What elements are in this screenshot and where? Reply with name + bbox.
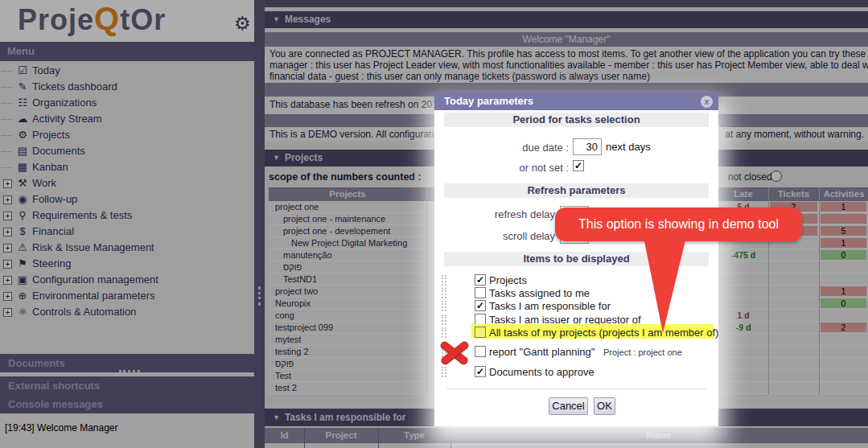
item-checkbox-tasks-i-am-responsible-for[interactable]: ✓ bbox=[475, 300, 486, 311]
red-cross-icon bbox=[436, 335, 473, 370]
due-date-input[interactable] bbox=[573, 138, 602, 155]
drag-handle[interactable] bbox=[442, 301, 446, 311]
item-label-tasks-assigned-to-me[interactable]: Tasks assigned to me bbox=[489, 287, 590, 299]
tooltip-text: This option is showing in demo tool bbox=[578, 217, 779, 231]
projeqtor-app: ProjeQtOr ⚙ Menu ☑Today✎Tickets dashboar… bbox=[0, 0, 868, 448]
item-label-tasks-i-am-responsible-for[interactable]: Tasks I am responsible for bbox=[489, 300, 611, 312]
or-not-set-checkbox[interactable]: ✓ bbox=[573, 160, 584, 171]
drag-handle[interactable] bbox=[442, 314, 446, 325]
dialog-title-bar[interactable]: Today parameters bbox=[434, 92, 718, 110]
ok-button[interactable]: OK bbox=[594, 397, 615, 415]
item-checkbox-projects[interactable]: ✓ bbox=[475, 274, 486, 286]
item-suffix: Project : project one bbox=[603, 347, 682, 357]
item-checkbox-all-tasks-of-my-projects-projects-i-am-member-of[interactable] bbox=[475, 327, 486, 338]
item-label-report-gantt-planning[interactable]: report "Gantt planning" bbox=[489, 346, 594, 358]
dialog-separator bbox=[446, 388, 706, 389]
drag-handle[interactable] bbox=[442, 367, 446, 377]
item-checkbox-tasks-i-am-issuer-or-requestor-of[interactable] bbox=[475, 314, 486, 325]
due-date-label: due date : bbox=[434, 142, 569, 154]
item-label-projects[interactable]: Projects bbox=[489, 274, 527, 286]
section-refresh-header: Refresh parameters bbox=[444, 183, 709, 198]
item-checkbox-report-gantt-planning[interactable] bbox=[475, 346, 486, 357]
section-period-header: Period for tasks selection bbox=[444, 113, 709, 127]
tooltip-tail bbox=[627, 235, 700, 335]
scroll-delay-label: scroll delay bbox=[434, 230, 555, 242]
due-date-suffix: next days bbox=[606, 141, 651, 153]
drag-handle[interactable] bbox=[442, 288, 446, 298]
cancel-button[interactable]: Cancel bbox=[549, 397, 588, 415]
drag-handle[interactable] bbox=[442, 275, 446, 286]
item-checkbox-tasks-assigned-to-me[interactable] bbox=[475, 287, 486, 298]
item-checkbox-documents-to-approve[interactable]: ✓ bbox=[475, 366, 486, 377]
refresh-delay-label: refresh delay bbox=[434, 208, 555, 220]
dialog-title: Today parameters bbox=[444, 95, 533, 107]
item-label-documents-to-approve[interactable]: Documents to approve bbox=[489, 366, 594, 378]
or-not-set-label: or not set : bbox=[434, 162, 569, 174]
close-icon[interactable]: x bbox=[701, 96, 713, 108]
